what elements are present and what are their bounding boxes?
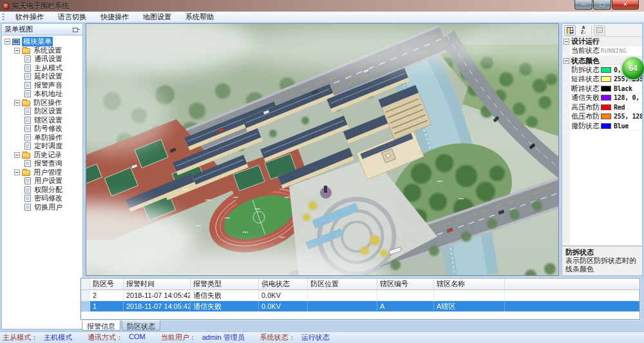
tree-root-item[interactable]: 模块菜单 <box>3 37 82 46</box>
tab-zone-status[interactable]: 防区状态 <box>122 320 160 331</box>
tree-leaf-item[interactable]: 密码修改 <box>3 194 82 203</box>
column-header[interactable]: 辖区名称 <box>434 279 505 289</box>
color-swatch <box>601 95 611 101</box>
sidebar-title: 菜单视图 <box>5 24 33 34</box>
app-icon <box>3 3 10 10</box>
column-header[interactable]: 防区位置 <box>308 279 377 289</box>
tree-folder-item[interactable]: 防区操作 <box>3 99 82 108</box>
category-run[interactable]: 设计运行 <box>562 37 642 46</box>
row-selector[interactable] <box>81 301 90 311</box>
tree-leaf-item[interactable]: 防区设置 <box>3 107 82 116</box>
collapse-icon[interactable] <box>14 100 20 106</box>
description-text: 表示防区防拆状态时的线条颜色 <box>565 257 639 273</box>
alphabetical-sort-button[interactable]: AZ↓ <box>578 25 589 35</box>
tree-leaf-item[interactable]: 辖区设置 <box>3 116 82 125</box>
monitor-icon <box>12 39 20 45</box>
tab-alarm-info[interactable]: 报警信息 <box>82 320 120 331</box>
tree-leaf-label: 切换用户 <box>33 202 64 212</box>
status-segment: 主从模式：主机模式 <box>3 333 72 342</box>
status-label: 通讯方式： <box>88 333 123 342</box>
maximize-button[interactable]: ▢ <box>593 0 611 10</box>
row-selector[interactable] <box>81 290 90 300</box>
table-cell: 0.0KV <box>259 301 308 311</box>
column-header[interactable]: 防区号 <box>90 279 124 289</box>
property-row-color[interactable]: 断路状态Black <box>562 84 642 94</box>
color-swatch <box>601 86 611 92</box>
tree-leaf-item[interactable]: 主从模式 <box>3 64 82 73</box>
categorized-view-button[interactable] <box>564 25 576 35</box>
property-name: 防拆状态 <box>571 65 601 75</box>
tree-folder-item[interactable]: 历史记录 <box>3 151 82 160</box>
menu-item[interactable]: 软件操作 <box>8 12 51 23</box>
collapse-icon[interactable] <box>14 152 20 158</box>
table-cell: 通信失败 <box>191 301 259 311</box>
menu-item[interactable]: 快捷操作 <box>93 12 136 23</box>
property-row-current-status[interactable]: 当前状态 RUNNING <box>562 46 642 56</box>
tree-leaf-item[interactable]: 权限分配 <box>3 186 82 195</box>
tree-leaf-item[interactable]: 报警声音 <box>3 81 82 90</box>
tree-leaf-item[interactable]: 报警查询 <box>3 159 82 168</box>
overlay-badge-ball[interactable]: 64 <box>621 57 644 80</box>
color-value: 128, 0, 255 <box>614 94 642 101</box>
color-swatch <box>601 104 611 110</box>
color-value: 255, 128, 0 <box>614 113 642 120</box>
collapse-icon[interactable] <box>564 58 569 64</box>
column-header[interactable]: 报警时间 <box>124 279 191 289</box>
column-header[interactable]: 辖区编号 <box>377 279 434 289</box>
tree-leaf-item[interactable]: 本机地址 <box>3 90 82 99</box>
current-status-value: RUNNING <box>601 48 627 54</box>
menu-item[interactable]: 语言切换 <box>51 12 93 23</box>
tree-leaf-item[interactable]: 单防操作 <box>3 133 82 142</box>
menu-item[interactable]: 系统帮助 <box>178 12 221 23</box>
pin-icon[interactable] <box>73 26 80 33</box>
document-icon <box>24 55 31 63</box>
collapse-icon[interactable] <box>564 39 569 44</box>
color-value: Blue <box>614 122 629 130</box>
table-cell: 通信失败 <box>191 290 259 300</box>
color-value: Black <box>614 85 632 92</box>
collapse-icon[interactable] <box>14 170 20 175</box>
aerial-campus-illustration <box>86 24 559 276</box>
status-value: COM <box>129 333 146 342</box>
collapse-icon[interactable] <box>14 48 20 54</box>
status-segment: 系统状态：运行状态 <box>260 333 330 342</box>
menu-item[interactable]: 地图设置 <box>136 12 178 23</box>
column-header[interactable]: 供电状态 <box>259 279 308 289</box>
status-value: 主机模式 <box>44 333 72 342</box>
toolbar-grip-icon <box>2 14 5 21</box>
tree-leaf-item[interactable]: 通讯设置 <box>3 55 82 64</box>
document-icon <box>24 117 31 124</box>
minimize-button[interactable]: – <box>574 0 592 10</box>
collapse-icon[interactable] <box>5 39 10 44</box>
color-swatch <box>601 76 611 82</box>
tree-leaf-item[interactable]: 用户设置 <box>3 177 82 186</box>
tree-folder-item[interactable]: 系统设置 <box>3 46 82 55</box>
color-value: Red <box>614 104 625 111</box>
toolbar-separator <box>591 26 592 35</box>
property-row-color[interactable]: 高压布防Red <box>562 103 642 113</box>
status-label: 主从模式： <box>3 333 38 342</box>
table-cell: 2018-11-07 14:05:42 <box>124 301 191 311</box>
close-button[interactable]: ✕ <box>612 0 639 10</box>
table-cell-filler <box>505 301 639 311</box>
app-window: { "window": { "title": "拓天电子围栏系统" }, "me… <box>0 0 644 343</box>
document-icon <box>24 195 31 202</box>
property-row-color[interactable]: 低压布防255, 128, 0 <box>562 112 642 122</box>
property-name: 高压布防 <box>571 103 601 112</box>
table-cell: 1 <box>90 301 124 311</box>
tree-leaf-item[interactable]: 定时调度 <box>3 142 82 151</box>
property-row-color[interactable]: 撤防状态Blue <box>562 122 642 132</box>
tree-folder-item[interactable]: 用户管理 <box>3 168 82 177</box>
table-row[interactable]: 12018-11-07 14:05:42通信失败0.0KVAA辖区 <box>81 301 639 312</box>
status-label: 当前用户： <box>161 333 196 342</box>
status-label: 系统状态： <box>260 333 296 342</box>
bottom-tabs: 报警信息防区状态 <box>82 320 162 331</box>
table-row[interactable]: 22018-11-07 14:05:42通信失败0.0KV <box>81 290 639 301</box>
tree-leaf-item[interactable]: 防号修改 <box>3 124 82 133</box>
tree-leaf-item[interactable]: 延时设置 <box>3 72 82 81</box>
table-cell: 2018-11-07 14:05:42 <box>124 290 191 300</box>
property-row-color[interactable]: 通信失败128, 0, 255 <box>562 93 642 103</box>
tree-leaf-item[interactable]: 切换用户 <box>3 203 82 212</box>
status-value: 运行状态 <box>301 333 330 342</box>
column-header[interactable]: 报警类型 <box>191 279 259 289</box>
